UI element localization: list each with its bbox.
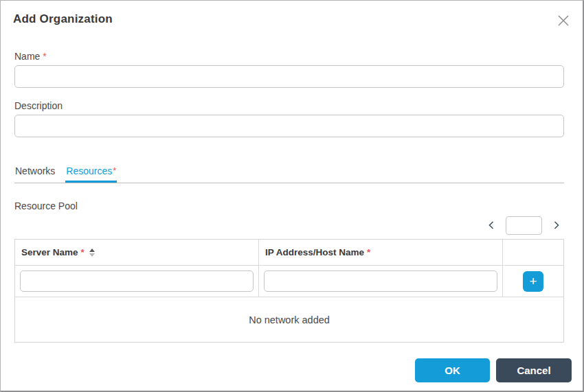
prev-page-button[interactable] <box>486 219 497 231</box>
name-label: Name* <box>14 51 564 62</box>
new-resource-row: + <box>15 266 563 297</box>
pagination <box>1 216 562 235</box>
ip-address-cell <box>259 266 503 297</box>
actions-cell: + <box>503 266 563 297</box>
column-header-ip-address: IP Address/Host Name * <box>259 240 503 265</box>
column-header-server-name[interactable]: Server Name * <box>15 240 259 265</box>
dialog-header: Add Organization <box>1 1 583 26</box>
description-field-group: Description <box>14 100 564 137</box>
add-organization-dialog: Add Organization Name* Description Netwo… <box>0 0 584 392</box>
required-asterisk: * <box>81 247 85 257</box>
name-label-text: Name <box>14 51 40 62</box>
server-name-cell <box>15 266 259 297</box>
tab-bar: Networks Resources* <box>14 165 564 183</box>
ok-button[interactable]: OK <box>415 358 490 382</box>
empty-state-row: No network added <box>15 297 563 342</box>
name-input[interactable] <box>14 65 564 88</box>
chevron-right-icon <box>552 220 561 230</box>
resource-pool-label: Resource Pool <box>14 200 569 211</box>
required-asterisk: * <box>43 51 46 62</box>
required-asterisk: * <box>113 165 116 176</box>
page-title: Add Organization <box>13 12 113 26</box>
ip-address-input[interactable] <box>264 270 497 292</box>
next-page-button[interactable] <box>551 219 562 231</box>
server-name-input[interactable] <box>20 270 254 292</box>
cancel-button[interactable]: Cancel <box>496 358 572 382</box>
column-label: Server Name <box>21 247 78 257</box>
table-header-row: Server Name * IP Address/Host Name * <box>15 240 563 266</box>
tab-networks-label: Networks <box>15 165 55 176</box>
page-number-input[interactable] <box>506 216 542 235</box>
required-asterisk: * <box>367 247 370 257</box>
name-field-group: Name* <box>14 51 564 88</box>
sort-desc-arrow-icon <box>89 253 95 257</box>
add-row-button[interactable]: + <box>523 271 543 292</box>
description-label: Description <box>14 100 564 111</box>
dialog-footer: OK Cancel <box>415 358 572 382</box>
chevron-left-icon <box>487 220 495 230</box>
tab-networks[interactable]: Networks <box>14 165 56 183</box>
sort-asc-arrow-icon <box>89 249 95 252</box>
sort-icon[interactable] <box>89 249 95 257</box>
column-header-actions <box>503 240 563 265</box>
close-icon[interactable] <box>555 12 572 29</box>
tab-resources[interactable]: Resources* <box>65 165 117 183</box>
empty-state-text: No network added <box>249 314 330 325</box>
column-label: IP Address/Host Name <box>265 247 364 257</box>
description-input[interactable] <box>14 115 564 137</box>
tab-resources-label: Resources <box>66 165 112 176</box>
resource-pool-table: Server Name * IP Address/Host Name * <box>14 239 564 343</box>
